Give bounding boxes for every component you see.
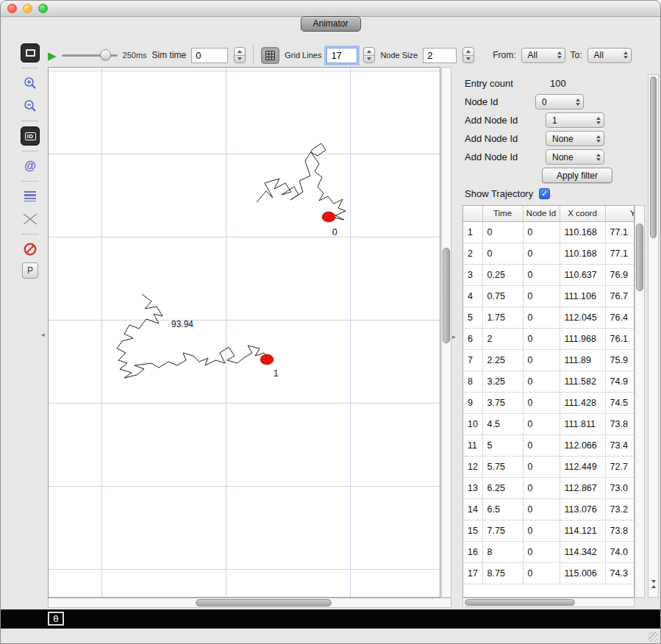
grid-toggle-button[interactable]: [261, 47, 279, 64]
popup-arrows-icon: [557, 51, 562, 59]
table-row[interactable]: 178.750115.00674.3: [463, 562, 635, 584]
node-id-dropdown[interactable]: 0: [535, 94, 584, 110]
table-row[interactable]: 72.250111.8975.9: [463, 349, 635, 371]
animator-tab[interactable]: Animator: [300, 16, 360, 32]
table-row[interactable]: 620111.96876.1: [463, 328, 635, 349]
data-cell: 111.582: [560, 371, 605, 392]
table-row[interactable]: 146.50113.07673.2: [463, 498, 635, 520]
zoom-in-icon: [23, 76, 37, 90]
table-row[interactable]: 125.750112.44972.7: [463, 456, 635, 477]
data-cell: 112.045: [560, 307, 605, 328]
scrollbar-thumb[interactable]: [636, 223, 643, 291]
sim-time-stepper[interactable]: [234, 47, 246, 63]
apply-filter-button[interactable]: Apply filter: [542, 168, 612, 183]
node-size-stepper[interactable]: [462, 47, 474, 63]
resize-grip[interactable]: [649, 632, 659, 642]
table-row[interactable]: 93.750111.42874.5: [463, 392, 635, 413]
table-row[interactable]: 136.250112.86773.0: [463, 477, 635, 498]
node-label: 0: [332, 227, 337, 237]
node-id-row: Node Id 0: [458, 93, 648, 111]
scroll-down-arrow-icon[interactable]: [651, 583, 656, 593]
node-marker[interactable]: [322, 212, 335, 222]
node-marker[interactable]: [260, 354, 274, 365]
step-up-icon: [466, 50, 471, 53]
trajectory-tool-button[interactable]: @: [21, 157, 40, 176]
add-node-id-dropdown-3[interactable]: None: [546, 149, 604, 165]
table-row[interactable]: 30.250110.63776.9: [463, 264, 635, 285]
animation-canvas[interactable]: 0193.94: [48, 67, 440, 598]
data-cell: 0: [523, 413, 560, 434]
right-splitter-arrow-icon[interactable]: ▸: [452, 333, 456, 340]
slider-thumb[interactable]: [100, 49, 111, 60]
zoom-out-button[interactable]: [21, 96, 40, 115]
links-tool-button[interactable]: [21, 210, 40, 229]
sim-time-label: Sim time: [152, 50, 187, 60]
data-cell: 76.9: [605, 264, 635, 285]
minimize-button[interactable]: [23, 4, 32, 13]
show-node-id-button[interactable]: ID: [21, 126, 40, 146]
canvas-svg: 0193.94: [49, 68, 441, 598]
block-tool-button[interactable]: [21, 240, 40, 259]
table-row[interactable]: 83.250111.58274.9: [463, 371, 635, 392]
node-size-input[interactable]: [423, 48, 457, 63]
table-row[interactable]: 51.750112.04576.4: [463, 307, 635, 328]
sim-time-input[interactable]: [191, 48, 228, 63]
spiral-icon: @: [24, 160, 36, 173]
row-index-cell: 13: [463, 477, 482, 498]
grid-lines-input[interactable]: [326, 48, 357, 63]
zoom-in-button[interactable]: [21, 74, 40, 93]
column-header[interactable]: Y coord: [605, 206, 635, 221]
packet-tool-button[interactable]: P: [22, 262, 38, 279]
column-header[interactable]: Time: [482, 206, 523, 221]
left-splitter-arrow-icon[interactable]: ◂: [41, 331, 45, 338]
data-cell: 73.2: [605, 498, 635, 520]
canvas-horizontal-scrollbar[interactable]: [48, 598, 451, 608]
table-horizontal-scrollbar[interactable]: [462, 598, 635, 607]
canvas-vertical-scrollbar[interactable]: [441, 67, 451, 598]
table-row[interactable]: 1150112.06673.4: [463, 434, 635, 456]
from-dropdown[interactable]: All: [521, 48, 565, 63]
table-row[interactable]: 157.750114.12173.8: [463, 520, 635, 541]
scrollbar-thumb[interactable]: [196, 599, 332, 607]
add-node-id-dropdown-2[interactable]: None: [546, 131, 604, 146]
add-node-id-label: Add Node Id: [465, 151, 546, 162]
table-row[interactable]: 1680114.34274.0: [463, 541, 635, 562]
play-button[interactable]: ▶: [48, 50, 57, 61]
column-header[interactable]: X coord: [560, 206, 605, 221]
node-id-value: 0: [542, 97, 547, 107]
scrollbar-thumb[interactable]: [465, 599, 575, 606]
trajectory-table[interactable]: TimeNode IdX coordY coord 100110.16877.1…: [462, 205, 635, 598]
close-button[interactable]: [7, 4, 17, 13]
table-row[interactable]: 200110.16877.1: [463, 243, 635, 264]
lines-icon: [24, 191, 36, 201]
data-cell: 0: [523, 307, 560, 328]
data-cell: 8: [482, 541, 523, 562]
table-vertical-scrollbar[interactable]: [635, 205, 645, 598]
step-up-icon: [237, 50, 242, 53]
zoom-button[interactable]: [38, 4, 48, 13]
data-cell: 0: [482, 221, 523, 243]
show-trajectory-label: Show Trajectory: [465, 188, 533, 199]
table-row[interactable]: 40.750111.10676.7: [463, 285, 635, 307]
toolbar-separator: [253, 46, 254, 65]
data-cell: 0: [523, 221, 560, 243]
column-header[interactable]: Node Id: [523, 206, 560, 221]
column-header[interactable]: [463, 206, 482, 221]
table-row[interactable]: 104.50111.81173.8: [463, 413, 635, 434]
scrollbar-thumb[interactable]: [650, 76, 657, 238]
row-index-cell: 5: [463, 307, 482, 328]
node-label: 1: [274, 368, 279, 379]
grid-lines-stepper[interactable]: [363, 47, 375, 63]
panel-scrollbar[interactable]: [648, 74, 659, 598]
to-dropdown[interactable]: All: [587, 48, 632, 63]
speed-slider[interactable]: [62, 49, 118, 61]
data-cell: 0: [523, 434, 560, 456]
show-trajectory-checkbox[interactable]: ✓: [539, 188, 550, 199]
scrollbar-thumb[interactable]: [443, 248, 450, 343]
row-index-cell: 8: [463, 371, 482, 392]
table-row[interactable]: 100110.16877.1: [463, 221, 635, 243]
data-cell: 2.25: [482, 349, 523, 371]
show-lines-button[interactable]: [21, 187, 40, 206]
capture-tool-button[interactable]: [21, 43, 40, 62]
add-node-id-dropdown-1[interactable]: 1: [546, 112, 604, 128]
